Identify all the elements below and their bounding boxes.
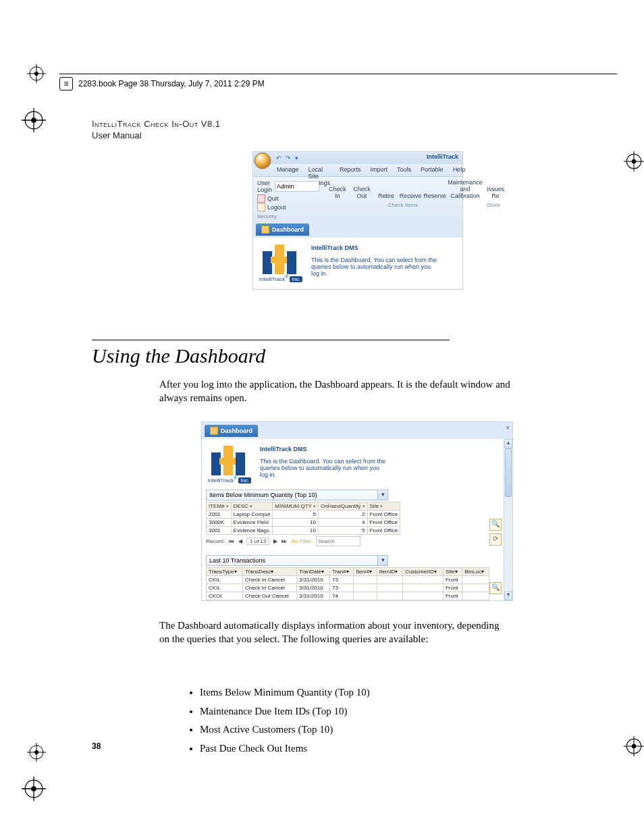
col-trandate[interactable]: TranDate▾ — [297, 568, 330, 576]
svg-point-11 — [632, 159, 636, 163]
chevron-down-icon: ▾ — [377, 556, 387, 565]
last-transactions-table: TransType▾ TransDesc▾ TranDate▾ Tran#▾ I… — [206, 567, 489, 600]
redo-icon[interactable]: ↷ — [286, 155, 291, 161]
quit-icon — [257, 194, 265, 203]
logout-button[interactable]: Logout — [257, 203, 319, 211]
table-row[interactable]: CKILCheck In Cancel3/31/201073Front — [207, 576, 489, 584]
tab-manage[interactable]: Manage — [272, 164, 304, 176]
reserve-button[interactable]: Reserve — [423, 193, 446, 200]
close-tab-icon[interactable]: × — [506, 424, 510, 432]
query-dropdown-2[interactable]: Last 10 Transactions ▾ — [206, 555, 388, 566]
check-out-button[interactable]: Check Out — [350, 186, 373, 200]
col-onhand[interactable]: OnHandQuantity▾ — [318, 502, 367, 511]
dashboard-intro-text: IntelliTrack DMS This is the Dashboard. … — [260, 446, 388, 484]
book-header-text: 2283.book Page 38 Thursday, July 7, 2011… — [78, 79, 265, 88]
undo-icon[interactable]: ↶ — [276, 155, 281, 161]
crop-target-icon — [624, 151, 644, 172]
page-number: 38 — [92, 741, 101, 751]
maintenance-button[interactable]: Maintenance and Calibration — [448, 180, 483, 200]
nav-next-icon[interactable]: ▶ — [273, 538, 277, 544]
dashboard-panel: IntelliTrack® Inc. IntelliTrack DMS This… — [253, 238, 462, 289]
ribbon-tabs: Manage Local Site Settings Reports Impor… — [253, 164, 462, 177]
col-binloc[interactable]: BinLoc▾ — [462, 568, 489, 576]
dashboard-tab[interactable]: Dashboard — [256, 224, 309, 236]
table-row[interactable]: CKILCheck In Cancel3/31/201073Front — [207, 584, 489, 592]
record-navigator[interactable]: Record: ⏮ ◀ 1 of 13 ▶ ⏭ No Filter — [206, 536, 512, 546]
running-head: IntelliTrack Check In-Out V8.1 User Manu… — [92, 119, 221, 142]
col-transdesc[interactable]: TransDesc▾ — [242, 568, 296, 576]
dashboard-tab[interactable]: Dashboard — [205, 425, 258, 437]
table-row[interactable]: 3000KEvidence Field104Front Office — [207, 519, 400, 527]
col-item[interactable]: ITEM#▾ — [207, 502, 232, 511]
nav-first-icon[interactable]: ⏮ — [229, 538, 234, 544]
chevron-down-icon: ▾ — [377, 490, 387, 500]
col-itemnum[interactable]: Item#▾ — [354, 568, 377, 576]
fig2-tabstrip: Dashboard × — [202, 422, 512, 439]
tab-tools[interactable]: Tools — [392, 164, 416, 176]
query-bullet-list: Items Below Minimum Quantity (Top 10) Ma… — [173, 684, 370, 758]
svg-point-15 — [34, 750, 38, 754]
section-rule — [92, 340, 450, 340]
issues-button[interactable]: Issues Re — [484, 186, 507, 200]
fig2-intro: IntelliTrack® Inc. IntelliTrack DMS This… — [202, 443, 512, 488]
qat-icons: ↶ ↷ ▾ — [276, 155, 298, 161]
product-name: IntelliTrack Check In-Out V8.1 — [92, 119, 221, 130]
dashboard-message: This is the Dashboard. You can select fr… — [311, 257, 439, 277]
retire-button[interactable]: Retire — [375, 193, 398, 200]
vertical-scrollbar[interactable]: ▲ ▼ — [504, 439, 512, 600]
col-desc[interactable]: DESC▾ — [231, 502, 273, 511]
security-group-label: Security — [257, 213, 319, 219]
crop-target-icon — [22, 108, 46, 132]
quit-button[interactable]: Quit — [257, 194, 319, 203]
receive-button[interactable]: Receive — [399, 193, 422, 200]
tab-import[interactable]: Import — [366, 164, 393, 176]
col-trannum[interactable]: Tran#▾ — [330, 568, 354, 576]
nav-last-icon[interactable]: ⏭ — [281, 538, 287, 544]
intellitrack-logo: IntelliTrack® Inc. — [207, 446, 252, 484]
col-customerid[interactable]: CustomerID▾ — [403, 568, 444, 576]
list-item: Items Below Minimum Quantity (Top 10) — [200, 684, 370, 702]
crop-target-icon — [624, 736, 644, 756]
svg-point-23 — [632, 744, 636, 748]
table-row[interactable]: CKOICheck Out Cancel3/31/201074Front — [207, 592, 489, 600]
user-login-label: User Login — [257, 180, 272, 193]
record-search-input[interactable] — [316, 536, 360, 546]
section-heading: Using the Dashboard — [92, 344, 265, 367]
framemaker-header: ≡ 2283.book Page 38 Thursday, July 7, 20… — [59, 74, 617, 90]
user-login-field[interactable] — [275, 181, 319, 192]
intellitrack-logo: IntelliTrack® Inc. — [259, 244, 303, 282]
check-items-group-label: Check Items — [326, 202, 480, 208]
office-orb-icon[interactable] — [254, 153, 271, 169]
col-site2[interactable]: Site▾ — [443, 568, 462, 576]
scroll-down-icon[interactable]: ▼ — [504, 591, 512, 600]
tab-help[interactable]: Help — [448, 164, 471, 176]
tab-local-site-settings[interactable]: Local Site Settings — [304, 164, 336, 176]
dashboard-heading: IntelliTrack DMS — [311, 244, 439, 251]
scroll-thumb[interactable] — [505, 448, 512, 497]
scroll-up-icon[interactable]: ▲ — [504, 439, 512, 448]
query1-actions: 🔍 ⟳ — [489, 519, 502, 546]
col-itemid[interactable]: ItemID▾ — [377, 568, 402, 576]
logout-icon — [257, 203, 265, 211]
col-minqty[interactable]: MINIMUM QTY▾ — [273, 502, 319, 511]
items-below-min-table: ITEM#▾ DESC▾ MINIMUM QTY▾ OnHandQuantity… — [206, 502, 400, 535]
book-icon: ≡ — [59, 77, 73, 90]
qat-dropdown-icon[interactable]: ▾ — [295, 155, 298, 161]
tab-reports[interactable]: Reports — [335, 164, 366, 176]
refresh-icon[interactable]: ⟳ — [489, 533, 502, 546]
check-in-button[interactable]: Check In — [326, 186, 349, 200]
report-preview-icon[interactable]: 🔍 — [489, 582, 502, 594]
query-dropdown-1[interactable]: Items Below Minimum Quantity (Top 10) ▾ — [206, 490, 388, 500]
tab-portable[interactable]: Portable — [416, 164, 448, 176]
report-preview-icon[interactable]: 🔍 — [489, 519, 502, 531]
table-row[interactable]: 3001Evidence Bags105Front Office — [207, 527, 400, 535]
col-transtype[interactable]: TransType▾ — [207, 568, 243, 576]
list-item: Most Active Customers (Top 10) — [200, 721, 370, 739]
body-paragraph-1: After you log into the application, the … — [159, 377, 510, 405]
dashboard-intro-text: IntelliTrack DMS This is the Dashboard. … — [311, 244, 439, 282]
table-row[interactable]: 2001Laptop Comput52Front Office — [207, 511, 400, 519]
nav-prev-icon[interactable]: ◀ — [238, 538, 242, 544]
query2-actions: 🔍 — [489, 582, 502, 594]
col-site[interactable]: Site▾ — [367, 502, 400, 511]
crop-target-icon — [22, 777, 46, 801]
